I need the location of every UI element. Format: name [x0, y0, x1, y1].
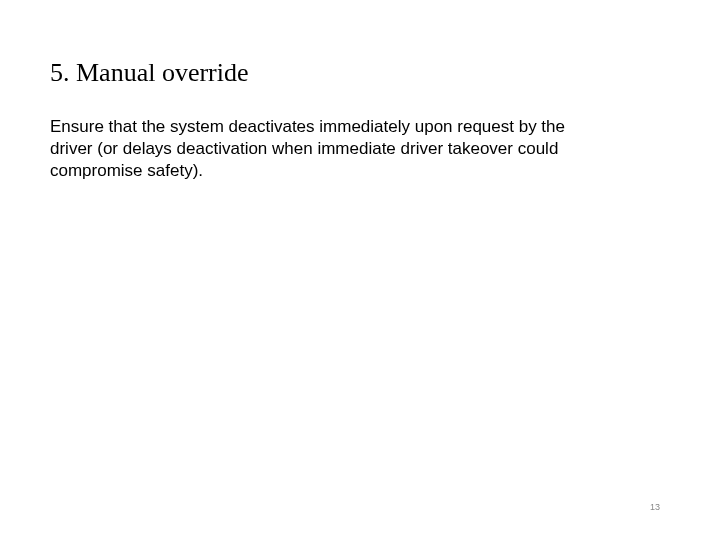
- slide: 5. Manual override Ensure that the syste…: [0, 0, 720, 540]
- page-number: 13: [650, 502, 660, 512]
- slide-heading: 5. Manual override: [50, 58, 670, 88]
- slide-body-text: Ensure that the system deactivates immed…: [50, 116, 610, 182]
